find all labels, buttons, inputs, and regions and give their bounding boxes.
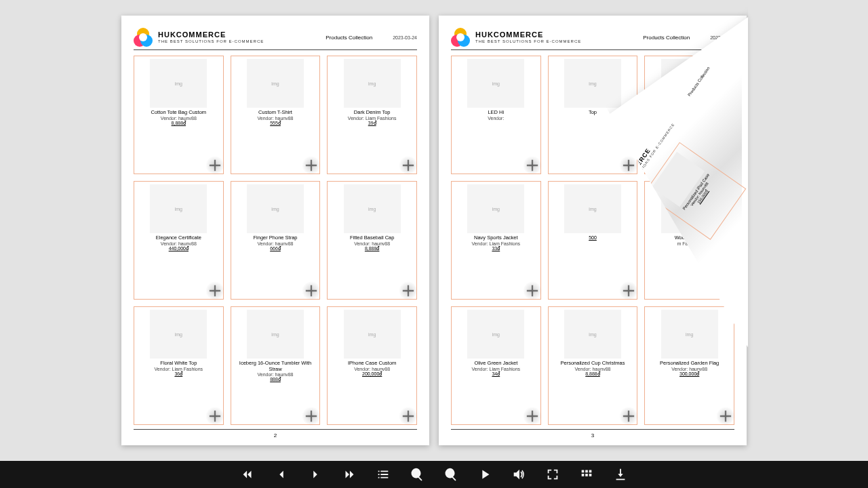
product-title: Fitted Baseball Cap xyxy=(350,235,394,241)
product-card[interactable]: img 500 xyxy=(548,181,638,300)
product-card[interactable]: img Floral White Top Vendor: Liam Fashio… xyxy=(134,306,224,425)
product-vendor: Vendor: haunv88 xyxy=(258,116,294,121)
brand: HUKCOMMERCE THE BEST SOLUTIONS FOR E-COM… xyxy=(451,28,581,47)
header-divider xyxy=(451,49,734,50)
product-card[interactable]: img LED Hi Vendor: xyxy=(451,56,541,174)
product-price: 666₫ xyxy=(270,246,281,251)
brand-subtitle: THE BEST SOLUTIONS FOR E-COMMERCE xyxy=(475,39,581,44)
product-title: Dark Denim Top xyxy=(354,110,391,116)
header-collection: Products Collection xyxy=(326,35,372,41)
add-icon[interactable] xyxy=(302,281,321,300)
product-card[interactable]: img Dark Denim Top Vendor: Liam Fashions… xyxy=(327,56,417,174)
product-vendor: Vendor: Liam Fashions xyxy=(472,367,521,371)
product-title: Personalized Cup Christmas xyxy=(560,361,625,367)
add-icon[interactable] xyxy=(619,281,638,300)
product-image: img xyxy=(247,59,304,108)
add-icon[interactable] xyxy=(619,407,638,426)
zoom-in-button[interactable] xyxy=(409,466,425,483)
add-icon[interactable] xyxy=(399,281,418,300)
add-icon[interactable] xyxy=(523,281,542,300)
add-icon[interactable] xyxy=(523,407,542,426)
product-card[interactable]: img IPhone Case Custom Vendor: haunv88 2… xyxy=(327,306,417,425)
product-title: T-Shirt Product Base xyxy=(666,110,713,116)
page-header: HUKCOMMERCE THE BEST SOLUTIONS FOR E-COM… xyxy=(451,28,734,47)
add-icon[interactable] xyxy=(523,156,542,175)
product-image: img xyxy=(150,59,207,108)
last-page-button[interactable] xyxy=(341,466,357,483)
footer-divider xyxy=(134,429,417,430)
add-icon[interactable] xyxy=(205,156,224,175)
add-icon[interactable] xyxy=(205,281,224,300)
add-icon[interactable] xyxy=(716,407,735,426)
fullscreen-button[interactable] xyxy=(545,466,561,483)
product-image: img xyxy=(150,184,207,233)
product-card[interactable]: img Top xyxy=(548,56,638,174)
product-card[interactable]: img Custom T-Shirt Vendor: haunv88 555₫ xyxy=(231,56,321,174)
product-card[interactable]: img Finger Phone Strap Vendor: haunv88 6… xyxy=(231,181,321,300)
product-image: img xyxy=(344,310,401,359)
add-icon[interactable] xyxy=(399,156,418,175)
product-price: 200,000₫ xyxy=(362,371,382,377)
product-price: 56₫ xyxy=(686,121,694,126)
product-price: 8,888₫ xyxy=(172,121,186,126)
add-icon[interactable] xyxy=(716,156,735,175)
product-card[interactable]: img Wool Jumper m Fashions xyxy=(644,181,734,300)
product-image: img xyxy=(150,310,207,359)
product-card[interactable]: img Iceberg 16-Ounce Tumbler With Straw … xyxy=(231,306,321,425)
header-collection: Products Collection xyxy=(643,35,690,41)
brand-title: HUKCOMMERCE xyxy=(158,30,264,39)
product-vendor: Vendor: Liam Fashions xyxy=(155,367,203,371)
toc-button[interactable] xyxy=(375,466,391,483)
product-card[interactable]: img Fitted Baseball Cap Vendor: haunv88 … xyxy=(327,181,417,300)
play-button[interactable] xyxy=(477,466,493,483)
product-image: img xyxy=(564,310,621,359)
product-image: img xyxy=(247,184,304,233)
product-card[interactable]: img Cotton Tote Bag Custom Vendor: haunv… xyxy=(134,56,224,174)
add-icon[interactable] xyxy=(302,156,321,175)
sound-button[interactable] xyxy=(511,466,527,483)
brand: HUKCOMMERCE THE BEST SOLUTIONS FOR E-COM… xyxy=(134,28,264,47)
product-card[interactable]: img Navy Sports Jacket Vendor: Liam Fash… xyxy=(451,181,541,300)
brand-title: HUKCOMMERCE xyxy=(475,30,581,39)
product-vendor: Vendor: xyxy=(488,116,504,121)
product-image: img xyxy=(564,59,621,108)
product-vendor: Vendor: haunv88 xyxy=(671,367,707,371)
add-icon[interactable] xyxy=(716,281,735,300)
flipbook-page-left[interactable]: HUKCOMMERCE THE BEST SOLUTIONS FOR E-COM… xyxy=(121,16,429,445)
product-title: Olive Green Jacket xyxy=(474,361,517,367)
page-number: 2 xyxy=(134,431,417,439)
download-button[interactable] xyxy=(612,466,629,483)
add-icon[interactable] xyxy=(619,156,638,175)
product-title: LED Hi xyxy=(488,110,504,116)
product-vendor: Vendor: haunv88 xyxy=(258,241,294,246)
page-number: 3 xyxy=(451,431,734,439)
first-page-button[interactable] xyxy=(239,466,256,483)
product-card[interactable]: img T-Shirt Product Base Vendor: haunv88… xyxy=(644,56,734,174)
product-price: 300,000₫ xyxy=(679,371,699,377)
product-image: img xyxy=(661,59,718,108)
product-vendor: Vendor: haunv88 xyxy=(354,241,390,246)
product-price: 34₫ xyxy=(492,371,500,377)
prev-page-button[interactable] xyxy=(273,466,290,483)
product-vendor: Vendor: haunv88 xyxy=(671,116,707,121)
product-card[interactable]: img Olive Green Jacket Vendor: Liam Fash… xyxy=(451,306,541,425)
product-vendor: Vendor: Liam Fashions xyxy=(348,116,397,121)
product-image: img xyxy=(661,310,718,359)
product-card[interactable]: img Personalized Cup Christmas Vendor: h… xyxy=(548,306,638,425)
zoom-out-button[interactable] xyxy=(443,466,459,483)
product-card[interactable]: img Personalized Garden Flag Vendor: hau… xyxy=(644,306,734,425)
product-card[interactable]: img Elegance Certificate Vendor: haunv88… xyxy=(134,181,224,300)
product-price: 500 xyxy=(589,235,597,240)
add-icon[interactable] xyxy=(302,407,321,426)
add-icon[interactable] xyxy=(205,407,224,426)
flipbook-page-right[interactable]: HUKCOMMERCE THE BEST SOLUTIONS FOR E-COM… xyxy=(439,16,747,445)
product-price: 39₫ xyxy=(368,121,376,126)
product-title: Top xyxy=(589,110,597,116)
add-icon[interactable] xyxy=(399,407,418,426)
header-divider xyxy=(134,49,417,50)
thumbnails-button[interactable] xyxy=(578,466,595,483)
brand-logo-icon xyxy=(451,28,470,47)
product-title: Custom T-Shirt xyxy=(258,110,292,116)
product-title: IPhone Case Custom xyxy=(348,361,396,367)
next-page-button[interactable] xyxy=(307,466,323,483)
